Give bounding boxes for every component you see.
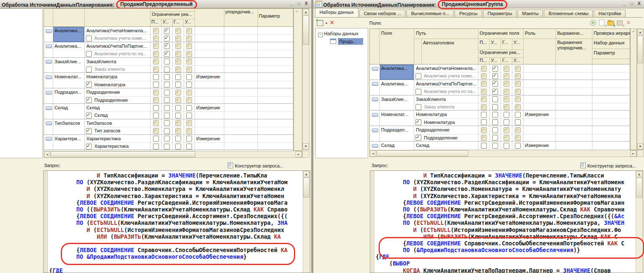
restriction-checkbox-disabled-checked[interactable]	[186, 120, 192, 126]
delete-dataset-button[interactable]: ✕	[330, 20, 334, 26]
tab-resursy[interactable]: Ресурсы	[454, 10, 482, 17]
field-name-cell[interactable]: Аналитика...	[379, 80, 414, 95]
restriction-checkbox-unchecked[interactable]	[175, 82, 181, 88]
field-row-group[interactable]: Аналитика...АналитикаУчетаПоПартне...Ана…	[44, 42, 293, 58]
row-drag-handle[interactable]	[372, 98, 378, 101]
table-horizontal-scrollbar[interactable]: ◄ ►	[44, 151, 302, 158]
tab-nabory-dannykh[interactable]: Наборы данных	[315, 8, 358, 17]
auto-title-checkbox-checked[interactable]	[86, 82, 92, 88]
restriction-checkbox-unchecked[interactable]	[186, 105, 192, 111]
restriction-checkbox-unchecked[interactable]	[175, 113, 181, 118]
restriction-checkbox-disabled-checked[interactable]	[481, 73, 487, 79]
restriction-checkbox-unchecked[interactable]	[164, 120, 170, 126]
copy-field-button[interactable]: +	[598, 19, 606, 26]
scroll-down-button[interactable]: ▼	[303, 143, 309, 149]
add-field-button[interactable]: +	[589, 19, 597, 26]
field-row-group[interactable]: ТипЗапасовТипЗапасовТип запасов	[44, 119, 293, 135]
restriction-checkbox-disabled-checked[interactable]	[153, 43, 159, 49]
restriction-checkbox-checked[interactable]	[164, 43, 170, 49]
auto-title-checkbox-checked[interactable]	[86, 97, 92, 103]
tab-vychislyaemye-polya[interactable]: Вычисляемые п...	[406, 10, 454, 17]
tab-parametry[interactable]: Параметры	[483, 10, 517, 17]
restriction-checkbox-unchecked[interactable]	[175, 74, 181, 80]
scroll-thumb[interactable]	[51, 151, 195, 157]
restriction-checkbox-disabled-checked[interactable]	[515, 81, 521, 87]
scroll-down-button[interactable]: ▼	[637, 143, 643, 149]
restriction-checkbox-unchecked[interactable]	[153, 144, 159, 149]
scroll-left-button[interactable]: ◄	[44, 151, 50, 157]
restriction-checkbox-disabled-checked[interactable]	[153, 59, 159, 64]
restriction-checkbox-disabled-checked[interactable]	[153, 128, 159, 134]
restriction-checkbox-disabled-checked[interactable]	[153, 28, 159, 34]
scroll-left-button[interactable]: ◄	[370, 150, 376, 157]
restriction-checkbox-checked[interactable]	[164, 36, 170, 41]
tab-makety[interactable]: Макеты	[517, 10, 543, 17]
auto-title-cell[interactable]: Заказ клиента	[424, 103, 476, 111]
field-name-cell[interactable]: ЗаказКлие...	[53, 58, 84, 73]
auto-title-checkbox-unchecked[interactable]	[86, 67, 92, 72]
datasets-tree-panel[interactable]: Наборы данных Прода...	[315, 28, 368, 158]
field-path-cell[interactable]: Склад	[86, 104, 149, 111]
field-path-cell[interactable]: Склад	[416, 142, 477, 149]
restriction-checkbox-disabled-checked[interactable]	[481, 81, 487, 87]
row-drag-handle[interactable]	[46, 60, 52, 64]
restriction-checkbox-disabled-checked[interactable]	[186, 59, 192, 64]
restriction-checkbox-disabled-checked[interactable]	[504, 89, 509, 95]
datasets-tree-panel[interactable]	[0, 8, 43, 158]
auto-title-cell[interactable]: Номенклатура	[94, 81, 148, 88]
auto-title-checkbox-checked[interactable]	[86, 144, 92, 149]
restriction-checkbox-unchecked[interactable]	[164, 90, 170, 95]
field-name-cell[interactable]: Аналитика...	[53, 27, 84, 42]
field-name-cell[interactable]: Номенклат...	[379, 111, 414, 126]
restriction-checkbox-disabled-checked[interactable]	[481, 66, 487, 72]
restriction-checkbox-disabled-checked[interactable]	[175, 28, 181, 34]
field-row-group[interactable]: Аналитика...АналитикаУчетаНоменкла...Ана…	[44, 27, 293, 42]
restriction-checkbox-unchecked[interactable]	[164, 105, 170, 111]
field-path-cell[interactable]: Подразделение	[86, 88, 149, 96]
restriction-checkbox-unchecked[interactable]	[515, 112, 521, 118]
field-path-cell[interactable]: ТипЗапасов	[86, 119, 149, 127]
field-name-cell[interactable]: Подраздел...	[379, 126, 414, 142]
scroll-up-button[interactable]: ▲	[303, 9, 309, 15]
add-folder-button[interactable]: +	[607, 19, 615, 26]
restriction-checkbox-checked[interactable]	[164, 51, 170, 57]
restriction-checkbox-disabled-checked[interactable]	[153, 120, 159, 126]
auto-title-cell[interactable]: Аналитика учета по па...	[424, 88, 476, 95]
field-name-cell[interactable]: Аналитика...	[379, 64, 414, 80]
restriction-checkbox-disabled-checked[interactable]	[481, 135, 487, 141]
restriction-checkbox-disabled-checked[interactable]	[504, 73, 509, 79]
auto-title-cell[interactable]: Склад	[94, 111, 148, 119]
scroll-right-button[interactable]: ►	[296, 151, 302, 157]
field-path-cell[interactable]: Подразделение	[416, 126, 477, 134]
auto-title-checkbox-checked[interactable]	[86, 128, 92, 134]
query-text-editor[interactable]: И ТипКлассификации = ЗНАЧЕНИЕ(Перечислен…	[370, 170, 643, 273]
restriction-checkbox-unchecked[interactable]	[492, 135, 498, 141]
restriction-checkbox-unchecked[interactable]	[153, 113, 159, 118]
restriction-checkbox-disabled-checked[interactable]	[186, 36, 192, 41]
restriction-checkbox-disabled-checked[interactable]	[175, 43, 181, 49]
restriction-checkbox-unchecked[interactable]	[515, 143, 521, 149]
restriction-checkbox-disabled-checked[interactable]	[515, 104, 521, 110]
restriction-checkbox-disabled-checked[interactable]	[153, 36, 159, 41]
auto-title-checkbox-checked[interactable]	[86, 113, 92, 118]
row-drag-handle[interactable]	[372, 144, 378, 148]
restriction-checkbox-disabled-checked[interactable]	[186, 128, 192, 134]
restriction-checkbox-unchecked[interactable]	[164, 136, 170, 142]
restriction-checkbox-unchecked[interactable]	[492, 96, 498, 102]
restriction-checkbox-unchecked[interactable]	[164, 144, 170, 149]
auto-title-cell[interactable]: Номенклатура	[424, 118, 476, 126]
row-drag-handle[interactable]	[46, 106, 52, 110]
restriction-checkbox-unchecked[interactable]	[175, 105, 181, 111]
restriction-checkbox-disabled-checked[interactable]	[504, 81, 509, 87]
restriction-checkbox-disabled-checked[interactable]	[153, 90, 159, 95]
restriction-checkbox-unchecked[interactable]	[492, 104, 498, 110]
field-name-cell[interactable]: ТипЗапасов	[53, 119, 84, 135]
restriction-checkbox-disabled-checked[interactable]	[153, 51, 159, 57]
titlebar-left[interactable]: Обработка ИсточникиДанныхПланирования: П…	[0, 0, 311, 8]
field-path-cell[interactable]: Номенклатура	[416, 111, 477, 118]
restriction-checkbox-disabled-checked[interactable]	[186, 67, 192, 72]
restriction-checkbox-disabled-checked[interactable]	[515, 96, 521, 102]
field-name-cell[interactable]: Склад	[379, 142, 414, 150]
row-drag-handle[interactable]	[372, 129, 378, 132]
field-row-group[interactable]: Подраздел...ПодразделениеПодразделение	[44, 88, 293, 104]
